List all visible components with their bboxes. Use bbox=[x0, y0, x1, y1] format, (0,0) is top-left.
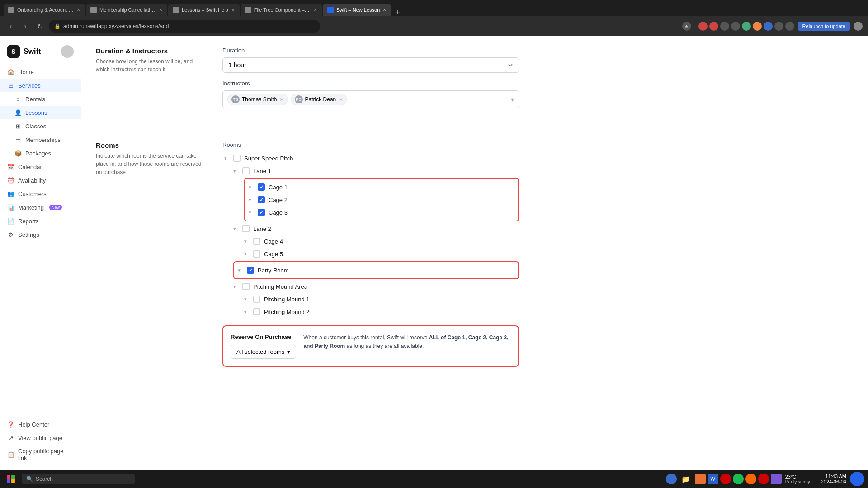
reload-button[interactable]: ↻ bbox=[34, 22, 45, 31]
room-row-cage-2: ▾ Cage 2 bbox=[247, 193, 516, 206]
sidebar-item-services[interactable]: ⊞ Services bbox=[0, 79, 81, 92]
room-row-party-room: ▾ Party Room bbox=[236, 264, 516, 277]
tab-onboarding[interactable]: Onboarding & Account Setup ✕ bbox=[4, 4, 85, 16]
tab-close-icon[interactable]: ✕ bbox=[231, 7, 235, 13]
checkbox-pitching-mound-1[interactable] bbox=[253, 296, 260, 303]
tab-swift-new-lesson[interactable]: Swift – New Lesson ✕ bbox=[323, 4, 392, 16]
taskbar-files-icon[interactable]: 📁 bbox=[679, 472, 693, 486]
sidebar-item-reports[interactable]: 📄 Reports bbox=[0, 214, 81, 228]
checkbox-cage-1[interactable] bbox=[258, 183, 265, 191]
checkbox-party-room[interactable] bbox=[247, 267, 254, 274]
chevron-lane-1[interactable]: ▾ bbox=[233, 168, 239, 174]
taskbar-profile-icon[interactable] bbox=[850, 472, 864, 486]
extension-icon-1[interactable] bbox=[698, 22, 708, 31]
chevron-cage-5[interactable]: ▾ bbox=[244, 251, 250, 257]
forward-button[interactable]: › bbox=[20, 22, 31, 30]
chevron-cage-3[interactable]: ▾ bbox=[249, 210, 254, 216]
sidebar: S Swift 🏠 Home ⊞ Services ○ Rentals 👤 Le… bbox=[0, 36, 81, 470]
sidebar-label-reports: Reports bbox=[18, 218, 39, 225]
taskbar-app6-icon[interactable] bbox=[733, 474, 744, 484]
chevron-pitching-mound-1[interactable]: ▾ bbox=[244, 296, 250, 302]
instructor-remove-thomas[interactable]: × bbox=[280, 96, 283, 103]
tab-label: Swift – New Lesson bbox=[336, 7, 380, 13]
sidebar-item-settings[interactable]: ⚙ Settings bbox=[0, 228, 81, 241]
taskbar-app7-icon[interactable] bbox=[745, 474, 756, 484]
sidebar-item-customers[interactable]: 👥 Customers bbox=[0, 187, 81, 201]
chevron-cage-1[interactable]: ▾ bbox=[249, 184, 254, 190]
sidebar-item-rentals[interactable]: ○ Rentals bbox=[0, 92, 81, 106]
sidebar-item-help[interactable]: ❓ Help Center bbox=[0, 418, 81, 431]
checkbox-cage-5[interactable] bbox=[253, 250, 260, 258]
tab-close-icon[interactable]: ✕ bbox=[382, 7, 387, 13]
checkbox-pitching-mound-area[interactable] bbox=[242, 283, 250, 290]
extension-icon-7[interactable] bbox=[764, 22, 773, 31]
tab-close-icon[interactable]: ✕ bbox=[313, 7, 317, 13]
sidebar-item-view-public[interactable]: ↗ View public page bbox=[0, 431, 81, 445]
sidebar-item-calendar[interactable]: 📅 Calendar bbox=[0, 160, 81, 174]
sidebar-item-availability[interactable]: ⏰ Availability bbox=[0, 174, 81, 187]
room-row-lane-2: ▾ Lane 2 bbox=[222, 222, 519, 235]
lock-icon: 🔒 bbox=[54, 23, 61, 29]
sidebar-item-memberships[interactable]: ▭ Memberships bbox=[0, 133, 81, 146]
sidebar-item-packages[interactable]: 📦 Packages bbox=[0, 146, 81, 160]
url-bar[interactable]: 🔒 admin.runswiftapp.xyz/services/lessons… bbox=[49, 20, 320, 33]
chevron-super-speed-pitch[interactable]: ▾ bbox=[224, 155, 230, 161]
extension-icon-4[interactable] bbox=[731, 22, 740, 31]
instructor-remove-patrick[interactable]: × bbox=[339, 96, 343, 103]
taskbar-app5-icon[interactable] bbox=[720, 474, 731, 484]
chevron-party-room[interactable]: ▾ bbox=[238, 267, 243, 273]
checkbox-lane-1[interactable] bbox=[242, 167, 250, 174]
room-row-cage-1: ▾ Cage 1 bbox=[247, 181, 516, 193]
duration-select[interactable]: 1 hour 30 minutes 45 minutes 1.5 hours 2… bbox=[222, 57, 519, 73]
extension-icon-6[interactable] bbox=[753, 22, 762, 31]
taskbar-app9-icon[interactable] bbox=[771, 474, 782, 484]
new-tab-button[interactable]: + bbox=[392, 8, 403, 16]
tab-file-tree[interactable]: File Tree Component – Nextra ✕ bbox=[241, 4, 322, 16]
sidebar-item-lessons[interactable]: 👤 Lessons bbox=[0, 106, 81, 119]
bookmark-icon[interactable]: ★ bbox=[682, 22, 691, 31]
instructors-dropdown[interactable]: TS Thomas Smith × PD Patrick Dean × ▾ bbox=[222, 90, 519, 108]
instructor-tag-thomas: TS Thomas Smith × bbox=[227, 94, 288, 105]
chevron-pitching-mound-area[interactable]: ▾ bbox=[233, 284, 239, 290]
checkbox-super-speed-pitch[interactable] bbox=[233, 155, 241, 162]
extension-icon-3[interactable] bbox=[720, 22, 729, 31]
relaunch-button[interactable]: Relaunch to update bbox=[798, 22, 850, 31]
chevron-lane-2[interactable]: ▾ bbox=[233, 226, 239, 232]
extension-icon-9[interactable] bbox=[785, 22, 794, 31]
checkbox-lane-2[interactable] bbox=[242, 225, 250, 232]
reserve-select-button[interactable]: All selected rooms ▾ bbox=[231, 345, 296, 359]
taskbar-app8-icon[interactable] bbox=[758, 474, 769, 484]
taskbar-store-icon[interactable] bbox=[695, 474, 706, 484]
extension-icon-5[interactable] bbox=[742, 22, 751, 31]
extension-icon-2[interactable] bbox=[709, 22, 718, 31]
browser-chrome: Onboarding & Account Setup ✕ Membership … bbox=[0, 0, 868, 36]
weather-temp: 23°C bbox=[785, 474, 810, 479]
tab-membership[interactable]: Membership Cancellation Instr... ✕ bbox=[86, 4, 167, 16]
tab-lessons-help[interactable]: Lessons – Swift Help ✕ bbox=[168, 4, 240, 16]
tab-close-icon[interactable]: ✕ bbox=[76, 7, 80, 13]
extension-icon-8[interactable] bbox=[774, 22, 783, 31]
home-icon: 🏠 bbox=[7, 68, 14, 75]
sidebar-item-home[interactable]: 🏠 Home bbox=[0, 65, 81, 79]
checkbox-cage-3[interactable] bbox=[258, 209, 265, 216]
copy-icon: 📋 bbox=[7, 451, 14, 458]
tab-close-icon[interactable]: ✕ bbox=[159, 7, 163, 13]
checkbox-pitching-mound-2[interactable] bbox=[253, 308, 260, 315]
taskbar-word-icon[interactable]: W bbox=[708, 474, 718, 484]
taskbar-search-bar[interactable]: 🔍 Search bbox=[22, 474, 135, 484]
start-button[interactable] bbox=[4, 472, 18, 486]
logo-icon: S bbox=[7, 45, 20, 58]
taskbar-chrome-icon[interactable] bbox=[666, 474, 677, 484]
user-avatar[interactable] bbox=[61, 45, 74, 58]
sidebar-item-marketing[interactable]: 📊 Marketing New bbox=[0, 201, 81, 214]
sidebar-item-copy-link[interactable]: 📋 Copy public page link bbox=[0, 445, 81, 465]
checkbox-cage-2[interactable] bbox=[258, 196, 265, 203]
checkbox-cage-4[interactable] bbox=[253, 238, 260, 245]
chevron-cage-4[interactable]: ▾ bbox=[244, 239, 250, 244]
profile-icon[interactable] bbox=[854, 22, 863, 31]
instructors-chevron-icon: ▾ bbox=[511, 96, 514, 103]
sidebar-item-classes[interactable]: ⊞ Classes bbox=[0, 119, 81, 133]
chevron-pitching-mound-2[interactable]: ▾ bbox=[244, 309, 250, 315]
back-button[interactable]: ‹ bbox=[5, 22, 16, 30]
chevron-cage-2[interactable]: ▾ bbox=[249, 197, 254, 203]
